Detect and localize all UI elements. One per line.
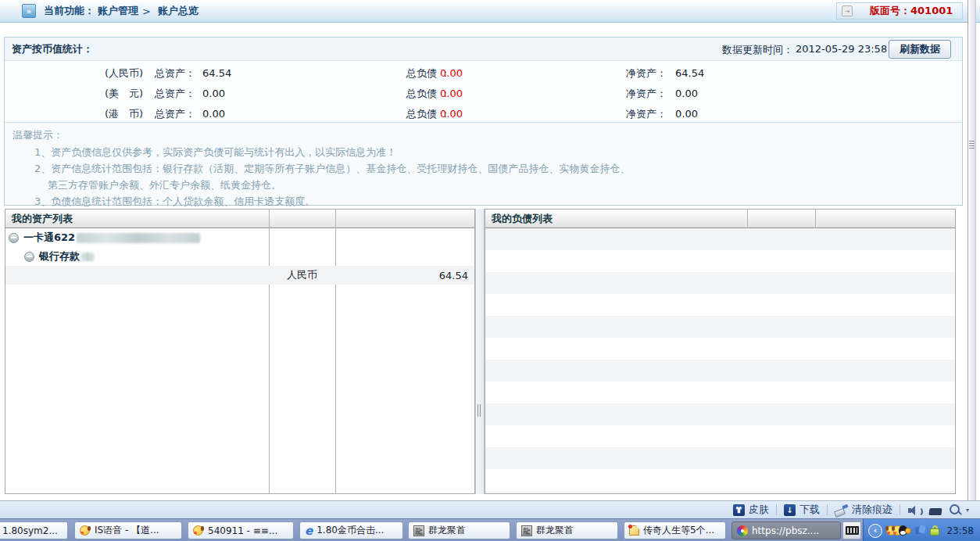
tip-line-continuation: 第三方存管账户余额、外汇专户余额、纸黄金持仓。	[48, 178, 281, 192]
taskbar-button-is-voice[interactable]: IS语音 - 【道...	[74, 521, 182, 539]
game-icon: 龍	[521, 525, 532, 536]
asset-table-body: 一卡通622 银行存款 人民币 64.54	[5, 228, 474, 493]
skin-label: 皮肤	[749, 503, 769, 517]
is-voice-tray-icon[interactable]	[892, 525, 895, 536]
sidebar-splitter[interactable]	[967, 0, 976, 500]
taskbar-button-label: IS语音 - 【道...	[95, 524, 159, 537]
update-time-label: 数据更新时间：	[722, 43, 793, 57]
is-voice-icon	[193, 525, 204, 536]
taskbar-button-is-voice-2[interactable]: 540911 - ≡≡...	[188, 521, 294, 539]
current-function-label: 当前功能：	[44, 4, 95, 18]
internet-explorer-icon: e	[305, 525, 313, 536]
taskbar-button-label: 群龙聚首	[536, 524, 574, 537]
table-splitter[interactable]	[475, 209, 485, 494]
collapse-icon[interactable]	[24, 252, 34, 262]
system-tray: ‹ 23:58	[863, 519, 980, 541]
total-asset-value: 64.54	[202, 63, 231, 84]
taskbar-button-game-2[interactable]: 龍 群龙聚首	[516, 521, 618, 539]
liability-table-body	[485, 228, 955, 493]
total-asset-label: 总资产：	[155, 84, 195, 104]
download-button[interactable]: ↓ 下载	[784, 503, 820, 517]
security-lock-tray-icon[interactable]	[930, 525, 940, 536]
nav-arrow-icon[interactable]: »	[22, 4, 36, 18]
taskbar-button-label: 群龙聚首	[428, 524, 466, 537]
bank-deposit-label: 银行存款	[39, 249, 80, 263]
brush-icon	[835, 503, 848, 516]
asset-stats-panel: 资产按币值统计： 数据更新时间： 2012-05-29 23:58 刷新数据 (…	[4, 37, 963, 206]
net-asset-value: 64.54	[675, 63, 704, 84]
magnifier-icon	[949, 503, 961, 516]
clock: 23:58	[946, 525, 974, 536]
asset-row-account[interactable]: 一卡通622	[5, 228, 474, 247]
total-liability-value: 0.00	[440, 63, 463, 84]
clear-traces-label: 清除痕迹	[852, 503, 892, 517]
breadcrumb-bar: » 当前功能： 账户管理 > 账户总览 → 版面号：401001	[0, 0, 980, 23]
breadcrumb-separator: >	[142, 5, 151, 17]
asset-table-header: 我的资产列表	[5, 210, 474, 228]
asset-row-bank-deposit[interactable]: 银行存款	[5, 247, 474, 266]
page-id-value: 401001	[910, 5, 953, 16]
currency-cell: 人民币	[269, 268, 335, 282]
tip-line: 2、资产信息统计范围包括：银行存款（活期、定期等所有子账户信息）、基金持仓、受托…	[34, 162, 630, 176]
refresh-data-button[interactable]: 刷新数据	[889, 40, 951, 59]
asset-table-title: 我的资产列表	[5, 210, 474, 228]
expand-icon[interactable]: →	[842, 5, 853, 16]
redacted-account-number	[77, 233, 200, 243]
breadcrumb-account-overview: 账户总览	[158, 4, 199, 18]
breadcrumb-account-management[interactable]: 账户管理	[98, 4, 138, 18]
net-asset-value: 0.00	[675, 84, 698, 104]
stats-title: 资产按币值统计：	[12, 42, 93, 56]
caret-down-icon: ▾	[966, 507, 969, 514]
currency-label: (美 元)	[105, 84, 143, 104]
game-icon: 龍	[413, 525, 424, 536]
download-label: 下载	[799, 503, 820, 517]
taskbar-button-game-window[interactable]: 1.80sym2...	[0, 521, 68, 539]
browser-status-bar: 皮肤 ↓ 下载 清除痕迹 ▾	[0, 500, 980, 518]
page-id-box: → 版面号：401001	[836, 2, 963, 20]
stats-row-cny: (人民币) 总资产： 64.54 总负债 ： 0.00 净资产： 64.54	[5, 63, 962, 84]
splitter-grip-icon	[969, 141, 975, 149]
splitter-grip-icon	[477, 404, 482, 417]
boss-key-icon[interactable]	[929, 508, 942, 515]
messenger-tray-icon[interactable]	[915, 525, 926, 536]
collapse-icon[interactable]	[9, 233, 19, 243]
total-liability-value: 0.00	[440, 84, 463, 104]
page-id: 版面号：401001	[870, 4, 953, 18]
taskbar-button-label: https://pbsz....	[752, 525, 819, 536]
liability-list-table: 我的负债列表	[485, 209, 956, 494]
is-voice-tray-icon[interactable]	[886, 525, 889, 536]
language-bar[interactable]	[842, 521, 861, 539]
divider	[900, 504, 900, 515]
asset-list-table: 我的资产列表 一卡通622 银行存款 人民币 64.54	[5, 209, 475, 494]
asset-row-amount: 人民币 64.54	[5, 266, 474, 285]
net-asset-label: 净资产：	[626, 63, 667, 84]
taskbar-button-label: 540911 - ≡≡...	[208, 525, 277, 536]
qq-tray-icon[interactable]	[899, 525, 911, 536]
taskbar-button-grouped-windows[interactable]: 传奇人生等5个...	[624, 521, 726, 539]
net-asset-label: 净资产：	[626, 84, 667, 104]
clear-traces-button[interactable]: 清除痕迹	[835, 503, 892, 517]
pinwheel-icon	[737, 525, 748, 536]
collapse-tray-chevron-icon[interactable]: ‹	[868, 524, 882, 538]
redacted-detail	[81, 253, 94, 261]
taskbar-button-label: 传奇人生等5个...	[643, 524, 714, 537]
tips-section: 温馨提示： 1、资产负债信息仅供参考，实际资产负债可能与统计有出入，以实际信息为…	[5, 122, 962, 205]
windows-taskbar: 1.80sym2... IS语音 - 【道... 540911 - ≡≡... …	[0, 518, 980, 541]
taskbar-button-label: 1.80金币合击...	[317, 524, 384, 537]
screen: » 当前功能： 账户管理 > 账户总览 → 版面号：401001 资产按币值统计…	[0, 0, 980, 541]
currency-label: (人民币)	[105, 63, 143, 84]
speaker-icon[interactable]	[907, 504, 922, 516]
skin-button[interactable]: 皮肤	[733, 503, 769, 517]
divider	[776, 504, 777, 515]
taskbar-button-browser-active[interactable]: https://pbsz....	[731, 521, 841, 539]
taskbar-button-ie[interactable]: e 1.80金币合击...	[299, 521, 403, 539]
divider	[827, 504, 828, 515]
total-asset-value: 0.00	[202, 84, 225, 104]
page-zoom-button[interactable]: ▾	[949, 503, 969, 516]
stats-row-usd: (美 元) 总资产： 0.00 总负债 ： 0.00 净资产： 0.00	[5, 84, 962, 104]
taskbar-button-game-1[interactable]: 龍 群龙聚首	[408, 521, 510, 539]
tip-line: 3、负债信息统计范围包括：个人贷款余额、信用卡透支额度。	[34, 195, 315, 209]
keyboard-icon	[846, 526, 859, 535]
update-time-value: 2012-05-29 23:58	[796, 43, 887, 55]
tip-line: 1、资产负债信息仅供参考，实际资产负债可能与统计有出入，以实际信息为准！	[34, 145, 396, 159]
